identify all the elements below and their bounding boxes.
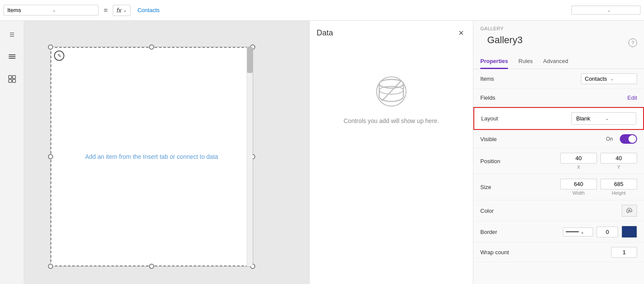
prop-row-items: Items Contacts ⌄ bbox=[473, 69, 644, 89]
properties-panel: GALLERY Gallery3 ? Properties Rules Adva… bbox=[473, 21, 644, 284]
top-bar: Items ⌄ = fx ⌄ Contacts ⌄ bbox=[0, 0, 644, 21]
gallery-placeholder-text: Add an item from the Insert tab or conne… bbox=[85, 153, 218, 160]
svg-rect-4 bbox=[13, 76, 16, 79]
border-style-dropdown[interactable]: ⌄ bbox=[563, 227, 593, 237]
svg-line-9 bbox=[382, 81, 401, 101]
color-picker-icon bbox=[626, 207, 633, 214]
help-icon[interactable]: ? bbox=[628, 38, 637, 47]
formula-bar[interactable]: Contacts bbox=[134, 7, 568, 13]
items-dropdown-chevron: ⌄ bbox=[52, 8, 95, 13]
svg-rect-6 bbox=[13, 79, 16, 82]
top-right-dropdown[interactable]: ⌄ bbox=[571, 6, 641, 15]
props-section-label: GALLERY bbox=[473, 21, 644, 33]
insert-icon bbox=[8, 75, 16, 85]
border-style-line bbox=[566, 231, 579, 232]
fx-button[interactable]: fx ⌄ bbox=[113, 5, 130, 16]
visible-toggle[interactable] bbox=[620, 134, 637, 144]
position-x-input[interactable] bbox=[560, 153, 597, 164]
svg-rect-2 bbox=[9, 58, 16, 59]
gallery-scrollbar[interactable] bbox=[247, 47, 253, 266]
data-panel-message: Controls you add will show up here. bbox=[343, 117, 439, 124]
size-width-input[interactable] bbox=[560, 179, 597, 189]
visible-label: Visible bbox=[480, 136, 519, 142]
prop-row-visible: Visible On bbox=[473, 130, 644, 148]
position-y-label: Y bbox=[617, 164, 620, 170]
fields-label: Fields bbox=[480, 95, 519, 101]
items-dropdown-prop[interactable]: Contacts ⌄ bbox=[581, 73, 637, 84]
size-height-label: Height bbox=[612, 190, 626, 196]
svg-rect-3 bbox=[9, 76, 12, 79]
items-dropdown-chevron: ⌄ bbox=[610, 76, 633, 81]
sidebar-icon-insert[interactable] bbox=[5, 73, 19, 86]
wrap-count-label: Wrap count bbox=[480, 249, 519, 256]
gallery-container[interactable]: ✎ Add an item from the Insert tab or con… bbox=[50, 47, 253, 267]
data-panel: Data ✕ Controls you add will show up her… bbox=[309, 21, 473, 284]
data-panel-title: Data bbox=[317, 28, 333, 38]
prop-row-layout: Layout Blank ⌄ bbox=[473, 107, 644, 130]
size-height-input[interactable] bbox=[600, 179, 637, 189]
top-right-chevron: ⌄ bbox=[607, 8, 637, 13]
sidebar-icon-layers[interactable] bbox=[5, 50, 19, 64]
left-sidebar: ☰ bbox=[0, 21, 24, 284]
tab-properties[interactable]: Properties bbox=[480, 54, 508, 69]
svg-rect-0 bbox=[9, 54, 16, 55]
svg-rect-5 bbox=[9, 79, 12, 82]
sidebar-icon-hamburger[interactable]: ☰ bbox=[5, 28, 19, 41]
fx-label: fx bbox=[117, 7, 121, 14]
tab-advanced[interactable]: Advanced bbox=[543, 54, 568, 69]
border-color-swatch[interactable] bbox=[622, 226, 637, 238]
visible-on-label: On bbox=[606, 136, 613, 142]
border-width-input[interactable] bbox=[596, 227, 618, 237]
color-picker-button[interactable] bbox=[622, 205, 637, 217]
tab-rules[interactable]: Rules bbox=[518, 54, 533, 69]
svg-point-8 bbox=[379, 86, 403, 94]
data-panel-close-button[interactable]: ✕ bbox=[456, 28, 466, 38]
main-layout: ☰ bbox=[0, 21, 644, 284]
equals-sign: = bbox=[102, 6, 109, 14]
prop-row-color: Color bbox=[473, 200, 644, 221]
prop-row-wrap-count: Wrap count bbox=[473, 243, 644, 262]
gallery-inner: Add an item from the Insert tab or conne… bbox=[51, 47, 253, 266]
position-y-input[interactable] bbox=[600, 153, 637, 164]
layout-dropdown[interactable]: Blank ⌄ bbox=[571, 112, 636, 125]
data-panel-content: Controls you add will show up here. bbox=[317, 48, 466, 124]
color-label: Color bbox=[480, 208, 519, 214]
prop-row-position: Position X Y bbox=[473, 148, 644, 174]
prop-row-border: Border ⌄ bbox=[473, 221, 644, 243]
props-body: Items Contacts ⌄ Fields Edit Layout bbox=[473, 69, 644, 262]
items-value: Contacts bbox=[585, 76, 608, 82]
fields-edit-link[interactable]: Edit bbox=[628, 95, 637, 101]
canvas-area: ✎ Add an item from the Insert tab or con… bbox=[24, 21, 309, 284]
hamburger-icon: ☰ bbox=[10, 32, 15, 38]
border-label: Border bbox=[480, 229, 519, 235]
data-panel-header: Data ✕ bbox=[317, 28, 466, 38]
border-style-chevron: ⌄ bbox=[581, 230, 584, 234]
size-width-label: Width bbox=[572, 190, 584, 196]
props-tabs: Properties Rules Advanced bbox=[473, 54, 644, 69]
items-dropdown-label: Items bbox=[7, 7, 50, 13]
items-dropdown[interactable]: Items ⌄ bbox=[3, 5, 98, 16]
items-label: Items bbox=[480, 76, 519, 82]
layout-value: Blank bbox=[576, 115, 603, 122]
size-label: Size bbox=[480, 184, 519, 190]
position-x-label: X bbox=[577, 164, 580, 170]
svg-point-11 bbox=[629, 210, 630, 211]
prop-row-fields: Fields Edit bbox=[473, 89, 644, 107]
gallery-scrollbar-thumb[interactable] bbox=[247, 47, 253, 73]
database-icon bbox=[374, 74, 409, 109]
layout-label: Layout bbox=[481, 115, 520, 122]
fx-chevron: ⌄ bbox=[123, 8, 127, 13]
wrap-count-input[interactable] bbox=[611, 247, 637, 258]
props-component-name: Gallery3 bbox=[480, 35, 530, 51]
layout-dropdown-chevron: ⌄ bbox=[605, 116, 631, 121]
position-label: Position bbox=[480, 158, 519, 164]
svg-rect-1 bbox=[9, 56, 16, 57]
prop-row-size: Size Width Height bbox=[473, 174, 644, 200]
layers-icon bbox=[8, 52, 16, 62]
